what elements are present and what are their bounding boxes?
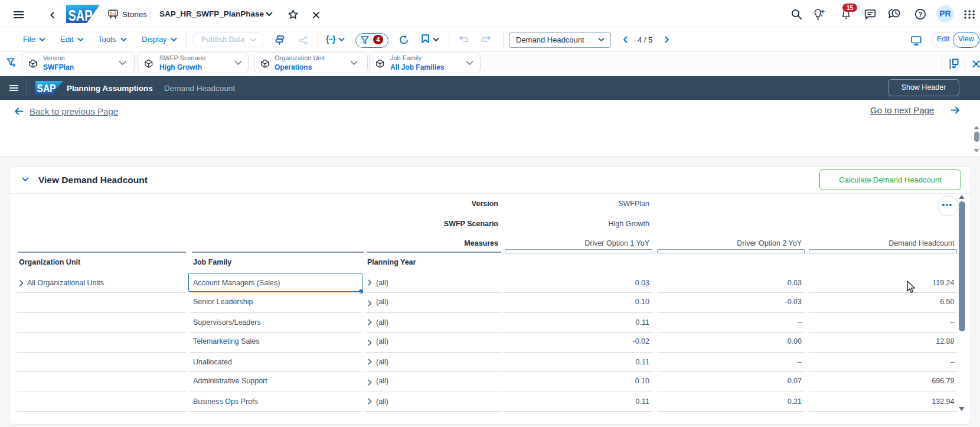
svg-text:{: { bbox=[326, 34, 329, 44]
svg-text:?: ? bbox=[918, 11, 922, 18]
svg-text:SAP: SAP bbox=[37, 82, 56, 94]
svg-text:SAP: SAP bbox=[68, 7, 93, 24]
svg-text:}: } bbox=[332, 34, 336, 44]
